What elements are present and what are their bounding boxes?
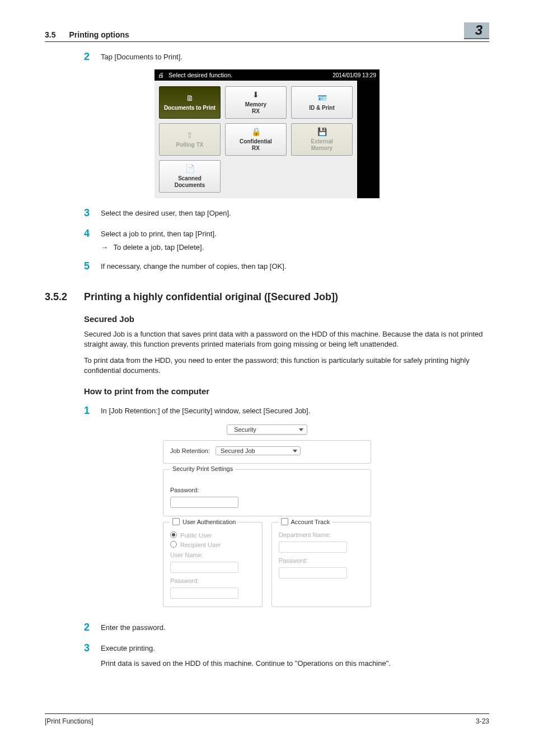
- tile-memory-rx[interactable]: ⬇ Memory RX: [225, 86, 287, 119]
- step-text: In [Job Retention:] of the [Security] wi…: [101, 405, 310, 417]
- lock-icon: 🔒: [251, 127, 261, 137]
- step-number: 5: [84, 260, 101, 272]
- secured-job-p1: Secured Job is a function that saves pri…: [84, 329, 489, 349]
- step-text: Tap [Documents to Print].: [101, 51, 182, 63]
- tile-label: Memory RX: [245, 101, 266, 115]
- step-3: 3 Select the desired user, then tap [Ope…: [84, 207, 489, 219]
- step-number: 3: [84, 642, 101, 654]
- step-text: Enter the password.: [101, 622, 166, 633]
- public-user-label: Public User: [180, 532, 212, 539]
- step-number: 2: [84, 51, 101, 63]
- tile-label: Documents to Print: [164, 105, 216, 111]
- retention-label: Job Retention:: [170, 447, 210, 454]
- tile-label: Polling TX: [176, 142, 204, 148]
- tile-label: Scanned Documents: [175, 175, 205, 189]
- step-text: Execute printing.: [101, 642, 155, 654]
- sub-text: To delete a job, tap [Delete].: [113, 243, 204, 251]
- page-header: 3.5 Printing options 3: [45, 22, 489, 42]
- tile-id-print[interactable]: 🪪 ID & Print: [291, 86, 353, 119]
- ua-checkbox[interactable]: [172, 518, 180, 525]
- subsection-heading: 3.5.2 Printing a highly confidential ori…: [45, 291, 489, 303]
- account-track-box: Account Track Department Name: Password:: [271, 522, 371, 607]
- prompt-text: Select desired function.: [168, 72, 232, 78]
- tile-label: External Memory: [311, 138, 332, 152]
- retention-value: Secured Job: [221, 447, 255, 454]
- subsection-title: Printing a highly confidential original …: [84, 291, 338, 303]
- step-4-sub: → To delete a job, tap [Delete].: [101, 243, 489, 251]
- at-legend: Account Track: [291, 519, 330, 525]
- ua-username-input[interactable]: [170, 562, 238, 573]
- user-authentication-box: User Authentication Public User Recipien…: [163, 522, 263, 607]
- tab-label: Security: [234, 426, 256, 433]
- ua-legend: User Authentication: [182, 519, 236, 525]
- id-card-icon: 🪪: [317, 94, 327, 103]
- step-5: 5 If necessary, change the number of cop…: [84, 260, 489, 272]
- tab-select[interactable]: Security: [227, 424, 307, 435]
- howto-step-1: 1 In [Job Retention:] of the [Security] …: [84, 405, 489, 417]
- section-number: 3.5: [45, 30, 55, 39]
- tile-documents-to-print[interactable]: 🗎 Documents to Print: [159, 86, 221, 119]
- step-number: 3: [84, 207, 101, 219]
- job-retention-box: Job Retention: Secured Job: [163, 440, 371, 464]
- driver-screenshot-security: Security Job Retention: Secured Job Secu…: [163, 424, 371, 613]
- tile-confidential-rx[interactable]: 🔒 Confidential RX: [225, 123, 287, 156]
- howto-step-3-sub: Print data is saved on the HDD of this m…: [101, 659, 489, 669]
- tile-scanned-documents[interactable]: 📄 Scanned Documents: [159, 160, 221, 193]
- at-password-label: Password:: [279, 557, 364, 564]
- password-input[interactable]: [170, 497, 238, 508]
- tile-external-memory[interactable]: 💾 External Memory: [291, 123, 353, 156]
- subsection-number: 3.5.2: [45, 291, 84, 303]
- security-print-settings-box: Security Print Settings Password:: [163, 469, 371, 516]
- secured-job-p2: To print data from the HDD, you need to …: [84, 356, 489, 375]
- at-dept-input[interactable]: [279, 542, 347, 553]
- tile-polling-tx[interactable]: ⇧ Polling TX: [159, 123, 221, 156]
- sps-legend: Security Print Settings: [170, 465, 235, 472]
- tile-label: Confidential RX: [240, 138, 272, 152]
- step-number: 4: [84, 228, 101, 240]
- public-user-radio[interactable]: [170, 531, 177, 538]
- howto-step-3: 3 Execute printing.: [84, 642, 489, 654]
- howto-heading: How to print from the computer: [84, 386, 489, 396]
- chapter-badge: 3: [464, 22, 489, 39]
- tile-label: ID & Print: [309, 105, 335, 111]
- howto-step-2: 2 Enter the password.: [84, 622, 489, 633]
- ua-password-input[interactable]: [170, 587, 238, 599]
- footer-left: [Print Functions]: [45, 717, 93, 725]
- ua-password-label: Password:: [170, 577, 255, 584]
- step-4: 4 Select a job to print, then tap [Print…: [84, 228, 489, 240]
- download-icon: ⬇: [252, 90, 259, 100]
- section-title: Printing options: [69, 30, 129, 39]
- step-text: Select a job to print, then tap [Print].: [101, 228, 217, 240]
- step-number: 1: [84, 405, 101, 417]
- documents-icon: 🗎: [186, 94, 194, 103]
- step-2: 2 Tap [Documents to Print].: [84, 51, 489, 63]
- password-label: Password:: [170, 487, 364, 493]
- step-text: Select the desired user, then tap [Open]…: [101, 207, 231, 219]
- printer-icon: 🖨: [158, 72, 164, 78]
- usb-icon: 💾: [317, 127, 327, 137]
- secured-job-heading: Secured Job: [84, 314, 489, 324]
- ua-username-label: User Name:: [170, 552, 255, 558]
- device-screenshot-function-select: 🖨 Select desired function. 2014/01/09 13…: [154, 69, 380, 198]
- retention-select[interactable]: Secured Job: [216, 446, 301, 455]
- page-footer: [Print Functions] 3-23: [45, 713, 489, 725]
- scan-icon: 📄: [185, 164, 195, 174]
- recipient-user-radio[interactable]: [170, 541, 177, 548]
- recipient-user-label: Recipient User: [180, 542, 221, 548]
- at-dept-label: Department Name:: [279, 531, 364, 538]
- at-password-input[interactable]: [279, 567, 347, 578]
- polling-icon: ⇧: [186, 130, 193, 140]
- step-text: If necessary, change the number of copie…: [101, 260, 286, 272]
- step-number: 2: [84, 622, 101, 633]
- arrow-icon: →: [101, 243, 108, 251]
- at-checkbox[interactable]: [281, 518, 288, 525]
- datetime: 2014/01/09 13:29: [332, 72, 376, 78]
- footer-page-number: 3-23: [476, 717, 489, 725]
